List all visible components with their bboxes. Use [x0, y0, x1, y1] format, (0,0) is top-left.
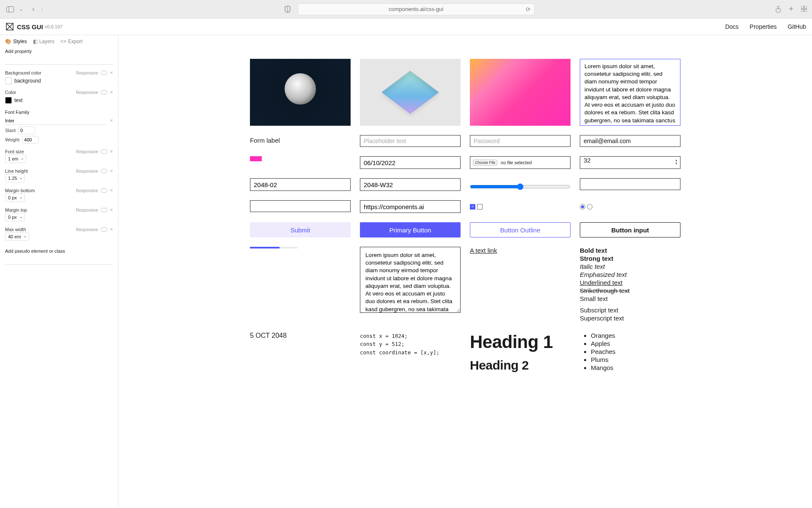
- remove-icon[interactable]: ×: [110, 118, 113, 124]
- color-value[interactable]: text: [5, 97, 113, 104]
- spinner-icon[interactable]: ▴▾: [675, 158, 678, 165]
- remove-icon[interactable]: ×: [110, 149, 113, 155]
- image-gradient[interactable]: [470, 59, 571, 126]
- responsive-toggle[interactable]: [101, 169, 107, 173]
- prop-margin-top: Margin top Responsive×: [5, 207, 113, 213]
- checkbox-group: ✓: [470, 200, 571, 213]
- app-logo-icon[interactable]: [6, 23, 14, 30]
- url-input[interactable]: [360, 200, 461, 213]
- headings: Heading 1 Heading 2: [470, 332, 571, 373]
- tel-input[interactable]: [250, 200, 351, 212]
- checkbox-checked[interactable]: ✓: [470, 204, 475, 210]
- responsive-toggle[interactable]: [101, 149, 107, 154]
- svg-rect-5: [804, 6, 807, 8]
- search-input[interactable]: [580, 178, 680, 190]
- week-input[interactable]: [360, 178, 461, 191]
- color-input[interactable]: [250, 156, 262, 161]
- image-cube[interactable]: [360, 59, 461, 126]
- app-version: v0.0.107: [45, 24, 63, 29]
- new-tab-icon[interactable]: +: [789, 6, 793, 13]
- number-input[interactable]: 32▴▾: [580, 156, 680, 169]
- email-input[interactable]: [580, 135, 680, 147]
- tab-layers[interactable]: ◧Layers: [33, 39, 55, 44]
- font-size-select[interactable]: 1 em: [5, 155, 26, 163]
- underline-text: Underlined text: [580, 279, 680, 286]
- file-choose-button[interactable]: Choose File: [473, 160, 497, 166]
- svg-rect-4: [801, 6, 804, 8]
- max-width-select[interactable]: 40 em: [5, 232, 29, 241]
- remove-icon[interactable]: ×: [110, 226, 113, 232]
- outline-button[interactable]: Button Outline: [470, 222, 571, 237]
- app-nav: Docs Properties GitHub: [725, 23, 806, 30]
- margin-bottom-select[interactable]: 0 px: [5, 193, 25, 202]
- app-header: CSS GUI v0.0.107 Docs Properties GitHub: [0, 19, 812, 35]
- bg-color-value[interactable]: background: [5, 77, 113, 84]
- progress-bar[interactable]: [250, 247, 298, 248]
- responsive-toggle[interactable]: [101, 71, 107, 75]
- font-family-input[interactable]: [5, 116, 107, 125]
- nav-arrows: ‹ ›: [32, 5, 43, 14]
- slant-label: Slant: [5, 128, 16, 133]
- primary-button[interactable]: Primary Button: [360, 222, 461, 237]
- radio-selected[interactable]: [580, 204, 585, 210]
- prop-font-size: Font size Responsive×: [5, 149, 113, 155]
- code-block: const x = 1024; const y = 512; const coo…: [360, 332, 461, 373]
- password-input[interactable]: [470, 135, 571, 147]
- image-moon[interactable]: [250, 59, 351, 126]
- list-item: Apples: [591, 340, 680, 347]
- radio-unselected[interactable]: [587, 204, 593, 210]
- responsive-toggle[interactable]: [101, 227, 107, 232]
- chevron-down-icon[interactable]: ⌄: [19, 7, 23, 11]
- responsive-toggle[interactable]: [101, 90, 107, 94]
- chrome-right: +: [775, 6, 807, 13]
- tab-export[interactable]: <>Export: [60, 39, 83, 44]
- tab-grid-icon[interactable]: [801, 6, 807, 13]
- margin-top-select[interactable]: 0 px: [5, 213, 25, 221]
- time-element: 5 OCT 2048: [250, 332, 351, 373]
- responsive-toggle[interactable]: [101, 188, 107, 193]
- font-family-label: Font Family: [5, 110, 113, 115]
- canvas: Lorem ipsum dolor sit amet, consetetur s…: [118, 35, 812, 508]
- back-icon[interactable]: ‹: [32, 5, 35, 14]
- range-input[interactable]: [470, 182, 571, 191]
- url-bar[interactable]: components.ai/css-gui ⟳: [298, 3, 535, 15]
- weight-input[interactable]: [22, 136, 39, 144]
- remove-icon[interactable]: ×: [110, 89, 113, 95]
- button-input[interactable]: Button input: [580, 222, 680, 237]
- browser-chrome: ⌄ ‹ › components.ai/css-gui ⟳ +: [0, 0, 812, 19]
- nav-github[interactable]: GitHub: [787, 23, 806, 30]
- nav-properties[interactable]: Properties: [750, 23, 777, 30]
- remove-icon[interactable]: ×: [110, 207, 113, 213]
- textarea[interactable]: Lorem ipsum dolor sit amet, consetetur s…: [360, 247, 461, 313]
- add-pseudo-input[interactable]: [5, 255, 113, 265]
- radio-group: [580, 200, 680, 213]
- remove-icon[interactable]: ×: [110, 188, 113, 193]
- checkbox-unchecked[interactable]: [477, 204, 483, 210]
- textarea-selected[interactable]: Lorem ipsum dolor sit amet, consetetur s…: [580, 59, 680, 126]
- tab-styles[interactable]: 🎨Styles: [5, 39, 27, 44]
- add-property-input[interactable]: [5, 55, 113, 65]
- nav-docs[interactable]: Docs: [725, 23, 739, 30]
- refresh-icon[interactable]: ⟳: [526, 6, 531, 13]
- text-link[interactable]: A text link: [470, 247, 571, 323]
- code-icon: <>: [60, 39, 66, 44]
- shield-icon[interactable]: [284, 6, 291, 13]
- remove-icon[interactable]: ×: [110, 168, 113, 174]
- prop-bg-color: Background color Responsive×: [5, 70, 113, 76]
- sidebar-toggle-icon[interactable]: [5, 6, 15, 13]
- italic-text: Italic text: [580, 263, 680, 270]
- list-item: Peaches: [591, 348, 680, 355]
- text-input-placeholder[interactable]: [360, 135, 461, 147]
- line-height-select[interactable]: 1.25: [5, 174, 25, 182]
- component-grid: Lorem ipsum dolor sit amet, consetetur s…: [159, 59, 771, 373]
- slant-input[interactable]: [18, 127, 35, 134]
- month-input[interactable]: [250, 178, 351, 191]
- submit-button[interactable]: Submit: [250, 222, 351, 237]
- weight-label: Weight: [5, 137, 19, 142]
- remove-icon[interactable]: ×: [110, 70, 113, 76]
- list-item: Oranges: [591, 332, 680, 339]
- responsive-toggle[interactable]: [101, 208, 107, 212]
- file-input[interactable]: Choose Fileno file selected: [470, 156, 571, 169]
- date-input[interactable]: [360, 156, 461, 169]
- share-icon[interactable]: [775, 6, 781, 13]
